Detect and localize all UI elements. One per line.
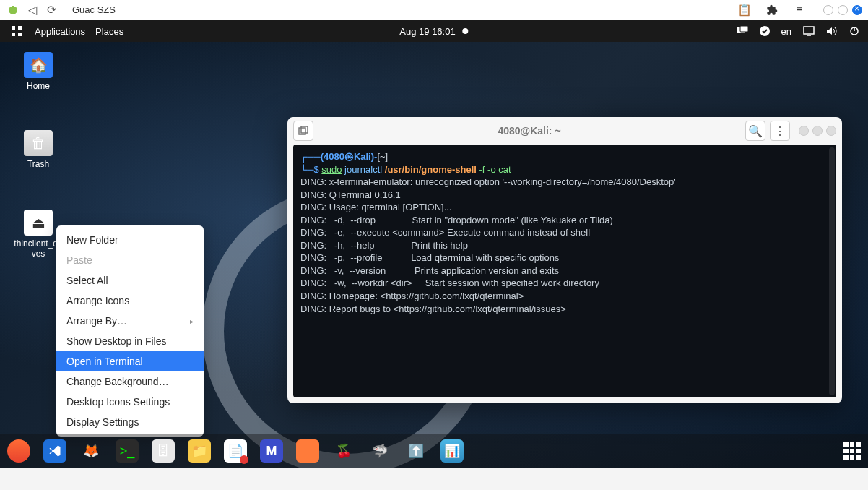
terminal-titlebar[interactable]: 4080@Kali: ~ 🔍 ⋮ bbox=[287, 117, 842, 145]
home-folder-icon: 🏠 bbox=[24, 52, 53, 78]
terminal-line: DING: -e, --execute <command> Execute co… bbox=[300, 226, 829, 239]
cmd-flags: -f -o cat bbox=[479, 164, 511, 175]
ctx-show-desktop[interactable]: Show Desktop in Files bbox=[56, 331, 204, 351]
clipboard-icon[interactable]: 📋 bbox=[738, 4, 751, 17]
terminal-line: DING: Usage: qterminal [OPTION]... bbox=[300, 201, 829, 214]
minimize-button[interactable] bbox=[823, 5, 833, 15]
terminal-scrollbar[interactable] bbox=[829, 147, 835, 395]
desktop-icon-label: Trash bbox=[13, 159, 64, 169]
svg-rect-1 bbox=[18, 26, 22, 30]
ctx-new-folder[interactable]: New Folder bbox=[56, 230, 204, 250]
extensions-icon[interactable] bbox=[765, 4, 778, 17]
ctx-display-settings[interactable]: Display Settings bbox=[56, 412, 204, 432]
cmd-sudo: sudo bbox=[321, 164, 342, 175]
drive-icon: ⏏ bbox=[24, 210, 53, 236]
dock-vscode[interactable] bbox=[43, 439, 66, 463]
browser-tab-title: Guac SZS bbox=[72, 4, 116, 15]
terminal-line: DING: -h, --help Print this help bbox=[300, 239, 829, 252]
dock-updater[interactable]: ⬆️ bbox=[404, 439, 428, 463]
status-ok-icon[interactable] bbox=[760, 26, 770, 36]
keyboard-lang[interactable]: en bbox=[781, 26, 791, 37]
back-button[interactable]: ◁ bbox=[26, 4, 39, 17]
display-icon[interactable] bbox=[803, 26, 815, 36]
new-tab-button[interactable] bbox=[293, 121, 313, 141]
ctx-arrange-by-label: Arrange By… bbox=[66, 315, 127, 327]
dock-metasploit[interactable]: M bbox=[260, 439, 283, 463]
desktop-icon-label: Home bbox=[13, 81, 64, 91]
desktop-icon-home[interactable]: 🏠 Home bbox=[13, 52, 64, 91]
terminal-minimize[interactable] bbox=[799, 126, 809, 136]
terminal-line: DING: Report bugs to <https://github.com… bbox=[300, 303, 829, 316]
prompt-user: (4080㉿Kali) bbox=[321, 151, 374, 162]
reload-button[interactable]: ⟳ bbox=[45, 4, 58, 17]
dock-wireshark[interactable]: 🦈 bbox=[368, 439, 391, 463]
terminal-line: DING: QTerminal 0.16.1 bbox=[300, 189, 829, 202]
prompt-symbol: $ bbox=[313, 164, 318, 175]
terminal-title: 4080@Kali: ~ bbox=[318, 125, 741, 137]
ctx-arrange-by[interactable]: Arrange By… bbox=[56, 311, 204, 331]
terminal-body[interactable]: ┌──(4080㉿Kali)-[~] └─$ sudo journalctl /… bbox=[293, 145, 836, 397]
dock-terminal[interactable]: >_ bbox=[116, 439, 139, 463]
browser-menu-icon[interactable]: ≡ bbox=[793, 4, 806, 17]
terminal-line: DING: Homepage: <https://github.com/lxqt… bbox=[300, 290, 829, 303]
svg-rect-0 bbox=[12, 26, 15, 30]
dock: 🦊 >_ 🗄 📁 📄 M 🍒 🦈 ⬆️ 📊 bbox=[0, 434, 868, 468]
svg-rect-7 bbox=[804, 27, 814, 34]
dock-app-orange[interactable] bbox=[296, 439, 319, 463]
terminal-search-button[interactable]: 🔍 bbox=[745, 121, 765, 141]
window-controls bbox=[823, 5, 862, 15]
svg-rect-2 bbox=[12, 33, 15, 36]
applications-menu[interactable]: Applications bbox=[35, 26, 85, 37]
activities-button[interactable] bbox=[9, 23, 25, 39]
ctx-desktop-icons-settings[interactable]: Desktop Icons Settings bbox=[56, 392, 204, 412]
terminal-line: DING: x-terminal-emulator: unrecognized … bbox=[300, 176, 829, 189]
dock-firefox[interactable]: 🦊 bbox=[79, 439, 103, 463]
show-applications-button[interactable] bbox=[843, 442, 861, 460]
terminal-output: DING: x-terminal-emulator: unrecognized … bbox=[300, 176, 829, 315]
desktop-area[interactable]: 🏠 Home 🗑 Trash ⏏ thinclient_drives New F… bbox=[0, 42, 868, 468]
ctx-select-all[interactable]: Select All bbox=[56, 270, 204, 291]
clock[interactable]: Aug 19 16:01 bbox=[399, 26, 455, 37]
ctx-change-background[interactable]: Change Background… bbox=[56, 371, 204, 392]
dock-text-editor[interactable]: 📄 bbox=[224, 439, 247, 463]
terminal-line: DING: -p, --profile Load qterminal with … bbox=[300, 252, 829, 265]
terminal-line: DING: -w, --workdir <dir> Start session … bbox=[300, 277, 829, 290]
dock-cherrytree[interactable]: 🍒 bbox=[332, 439, 355, 463]
prompt-path: [~] bbox=[377, 151, 388, 162]
terminal-line: DING: -v, --version Prints application v… bbox=[300, 265, 829, 278]
terminal-menu-button[interactable]: ⋮ bbox=[770, 121, 790, 141]
volume-icon[interactable] bbox=[826, 26, 838, 36]
dock-files[interactable]: 🗄 bbox=[152, 439, 175, 463]
terminal-window: 4080@Kali: ~ 🔍 ⋮ ┌──(4080㉿Kali)-[~] └─$ … bbox=[287, 117, 842, 403]
ctx-open-terminal[interactable]: Open in Terminal bbox=[56, 351, 204, 371]
power-icon[interactable] bbox=[849, 26, 859, 36]
svg-rect-5 bbox=[740, 26, 748, 32]
maximize-button[interactable] bbox=[838, 5, 848, 15]
dock-monitor[interactable]: 📊 bbox=[440, 439, 464, 463]
desktop-icon-trash[interactable]: 🗑 Trash bbox=[13, 130, 64, 169]
cmd-path: /usr/bin/gnome-shell bbox=[385, 164, 477, 175]
close-button[interactable] bbox=[852, 5, 862, 15]
ctx-arrange-icons[interactable]: Arrange Icons bbox=[56, 291, 204, 311]
terminal-maximize[interactable] bbox=[812, 126, 823, 136]
terminal-line: DING: -d, --drop Start in "dropdown mode… bbox=[300, 214, 829, 227]
trash-icon: 🗑 bbox=[24, 130, 53, 156]
ctx-paste: Paste bbox=[56, 250, 204, 270]
desktop-context-menu: New Folder Paste Select All Arrange Icon… bbox=[56, 225, 204, 437]
screen-share-icon[interactable] bbox=[737, 26, 748, 36]
browser-chrome-bar: ◁ ⟳ Guac SZS 📋 ≡ bbox=[0, 0, 868, 20]
notification-dot bbox=[463, 28, 469, 34]
svg-rect-3 bbox=[18, 33, 22, 36]
gnome-top-bar: Applications Places Aug 19 16:01 en bbox=[0, 20, 868, 42]
terminal-close[interactable] bbox=[826, 126, 836, 136]
dock-filemanager[interactable]: 📁 bbox=[188, 439, 211, 463]
browser-logo bbox=[6, 3, 20, 17]
places-menu[interactable]: Places bbox=[95, 26, 123, 37]
cmd-journalctl: journalctl bbox=[344, 164, 382, 175]
dock-brave[interactable] bbox=[7, 439, 30, 463]
